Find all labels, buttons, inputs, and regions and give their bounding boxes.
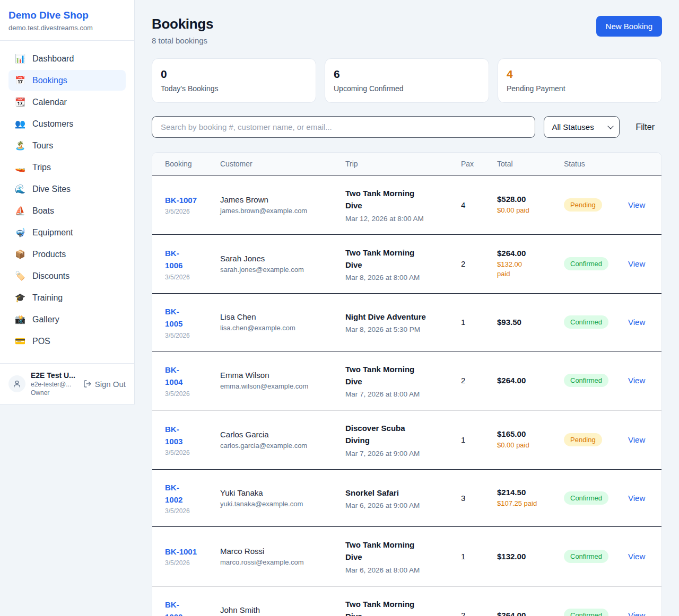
discounts-icon: 🏷️ — [15, 271, 25, 281]
sidebar: Demo Dive Shop demo.test.divestreams.com… — [0, 0, 135, 404]
new-booking-button[interactable]: New Booking — [596, 16, 662, 37]
booking-id-link[interactable]: BK-1007 — [165, 196, 197, 205]
booking-date: 3/5/2026 — [165, 332, 203, 339]
customer-name: Marco Rossi — [220, 547, 328, 556]
trip-datetime: Mar 8, 2026 at 8:00 AM — [345, 274, 444, 281]
view-link[interactable]: View — [628, 376, 645, 385]
table-row: BK-1002 3/5/2026 Yuki Tanaka yuki.tanaka… — [152, 469, 661, 527]
sidebar-nav: 📊 Dashboard 📅 Bookings 📆 Calendar 👥 Cust… — [0, 41, 134, 358]
status-select[interactable]: All Statuses — [544, 116, 620, 138]
sidebar-item-equipment[interactable]: 🤿 Equipment — [8, 222, 126, 243]
sidebar-item-discounts[interactable]: 🏷️ Discounts — [8, 266, 126, 286]
trip-datetime: Mar 8, 2026 at 5:30 PM — [345, 325, 444, 333]
total-amount: $132.00 — [497, 552, 547, 561]
booking-id-link[interactable]: BK-1004 — [165, 364, 187, 389]
view-link[interactable]: View — [628, 200, 645, 209]
total-amount: $214.50 — [497, 488, 547, 497]
app: Demo Dive Shop demo.test.divestreams.com… — [0, 0, 679, 616]
sidebar-item-tours[interactable]: 🏝️ Tours — [8, 135, 126, 156]
booking-id-link[interactable]: BK-1003 — [165, 423, 187, 448]
booking-date: 3/5/2026 — [165, 559, 203, 567]
customer-email: lisa.chen@example.com — [220, 324, 328, 332]
total-amount: $264.00 — [497, 376, 547, 385]
equipment-icon: 🤿 — [15, 227, 25, 237]
trip-datetime: Mar 7, 2026 at 8:00 AM — [345, 390, 444, 398]
view-link[interactable]: View — [628, 318, 645, 327]
trip-name: Two Tank Morning Dive — [345, 247, 426, 271]
customer-email: sarah.jones@example.com — [220, 266, 328, 274]
customer-name: John Smith — [220, 605, 328, 614]
page-title-block: Bookings 8 total bookings — [152, 16, 213, 45]
dashboard-icon: 📊 — [15, 54, 25, 64]
shop-domain: demo.test.divestreams.com — [8, 24, 126, 32]
table-header-row: BookingCustomerTripPaxTotalStatus — [152, 153, 661, 175]
total-amount: $93.50 — [497, 318, 547, 327]
stat-card: 6 Upcoming Confirmed — [325, 58, 489, 103]
view-link[interactable]: View — [628, 435, 645, 444]
column-header: Trip — [337, 153, 452, 175]
customer-name: Emma Wilson — [220, 371, 328, 380]
pax-count: 1 — [461, 552, 465, 561]
sidebar-item-boats[interactable]: ⛵ Boats — [8, 200, 126, 221]
sidebar-user-footer: E2E Test U... e2e-tester@... Owner Sign … — [0, 363, 134, 404]
view-link[interactable]: View — [628, 259, 645, 268]
bookings-table-card: BookingCustomerTripPaxTotalStatus BK-100… — [152, 152, 662, 616]
sidebar-item-pos[interactable]: 💳 POS — [8, 331, 126, 351]
search-input[interactable] — [152, 116, 535, 138]
booking-id-link[interactable]: BK-1000 — [165, 599, 187, 616]
trip-name: Discover Scuba Diving — [345, 422, 426, 447]
status-badge: Confirmed — [564, 315, 608, 329]
stat-value: 4 — [507, 68, 653, 81]
pax-count: 1 — [461, 435, 465, 444]
view-link[interactable]: View — [628, 494, 645, 503]
sidebar-item-products[interactable]: 📦 Products — [8, 244, 126, 265]
sidebar-item-customers[interactable]: 👥 Customers — [8, 113, 126, 134]
user-role: Owner — [31, 389, 78, 397]
gallery-icon: 📸 — [15, 314, 25, 324]
booking-id-link[interactable]: BK-1005 — [165, 305, 187, 330]
column-header: Pax — [452, 153, 489, 175]
filter-button[interactable]: Filter — [628, 122, 662, 132]
paid-amount: $107.25 paid — [497, 499, 547, 508]
sign-out-icon — [83, 380, 92, 388]
avatar — [8, 375, 25, 392]
booking-date: 3/5/2026 — [165, 449, 203, 456]
trip-name: Snorkel Safari — [345, 487, 426, 499]
paid-amount: $0.00 paid — [497, 206, 547, 215]
status-badge: Pending — [564, 433, 602, 446]
stat-card: 4 Pending Payment — [498, 58, 662, 103]
sidebar-item-dashboard[interactable]: 📊 Dashboard — [8, 48, 126, 69]
total-amount: $528.00 — [497, 195, 547, 204]
booking-id-link[interactable]: BK-1002 — [165, 481, 187, 506]
customer-email: yuki.tanaka@example.com — [220, 500, 328, 508]
table-row: BK-1005 3/5/2026 Lisa Chen lisa.chen@exa… — [152, 294, 661, 351]
booking-id-link[interactable]: BK-1001 — [165, 547, 197, 556]
sign-out-label: Sign Out — [95, 380, 126, 389]
pax-count: 4 — [461, 200, 465, 209]
view-link[interactable]: View — [628, 611, 645, 616]
pos-icon: 💳 — [15, 336, 25, 346]
paid-amount: $132.00 paid — [497, 260, 529, 279]
pax-count: 2 — [461, 259, 465, 268]
sidebar-item-trips[interactable]: 🚤 Trips — [8, 157, 126, 178]
view-link[interactable]: View — [628, 552, 645, 561]
booking-id-link[interactable]: BK-1006 — [165, 247, 187, 272]
sidebar-item-dive-sites[interactable]: 🌊 Dive Sites — [8, 179, 126, 199]
column-header: Booking — [152, 153, 212, 175]
total-amount: $165.00 — [497, 429, 547, 438]
customer-email: james.brown@example.com — [220, 207, 328, 215]
sidebar-item-bookings[interactable]: 📅 Bookings — [8, 70, 126, 91]
sidebar-item-gallery[interactable]: 📸 Gallery — [8, 309, 126, 330]
customer-email: carlos.garcia@example.com — [220, 442, 328, 450]
trip-name: Two Tank Morning Dive — [345, 363, 426, 388]
booking-date: 3/5/2026 — [165, 390, 203, 398]
total-amount: $264.00 — [497, 611, 547, 616]
table-row: BK-1001 3/5/2026 Marco Rossi marco.rossi… — [152, 527, 661, 586]
status-badge: Confirmed — [564, 609, 608, 616]
sidebar-item-training[interactable]: 🎓 Training — [8, 287, 126, 308]
status-badge: Confirmed — [564, 550, 608, 563]
column-header: Status — [555, 153, 620, 175]
booking-date: 3/5/2026 — [165, 208, 203, 215]
sidebar-item-calendar[interactable]: 📆 Calendar — [8, 92, 126, 112]
sign-out-button[interactable]: Sign Out — [83, 380, 126, 389]
